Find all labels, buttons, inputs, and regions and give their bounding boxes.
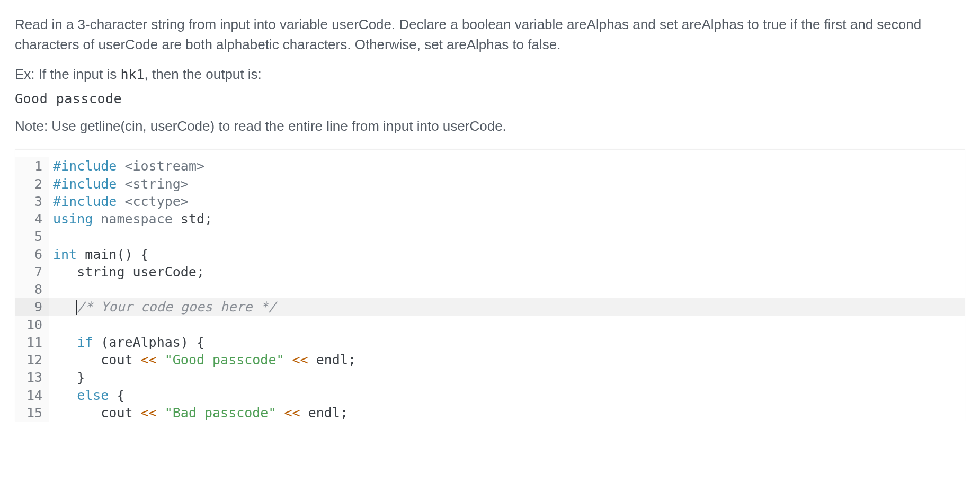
line-number: 7 (15, 263, 49, 281)
line-number: 15 (15, 404, 49, 422)
code-line[interactable]: 12 cout << "Good passcode" << endl; (15, 351, 965, 369)
code-line[interactable]: 1#include <iostream> (15, 157, 965, 175)
code-text[interactable]: #include <iostream> (49, 157, 965, 175)
line-number: 13 (15, 369, 49, 386)
token: std (181, 211, 204, 227)
token: string userCode; (53, 264, 204, 280)
code-text[interactable]: int main() { (49, 246, 965, 263)
token: << (141, 352, 165, 367)
token: { (117, 388, 124, 403)
example-suffix: , then the output is: (145, 66, 262, 82)
code-text[interactable] (49, 316, 965, 334)
code-line[interactable]: 8 (15, 281, 965, 298)
code-line[interactable]: 14 else { (15, 387, 965, 404)
example-prefix: Ex: If the input is (15, 66, 120, 82)
line-number: 14 (15, 387, 49, 404)
line-number: 9 (15, 298, 49, 316)
code-text[interactable]: } (49, 369, 965, 386)
token: << (141, 405, 165, 420)
token: int (53, 247, 85, 262)
code-editor[interactable]: 1#include <iostream>2#include <string>3#… (15, 157, 965, 422)
code-text[interactable]: cout << "Good passcode" << endl; (49, 351, 965, 369)
token: "Bad passcode" (165, 405, 277, 420)
line-number: 4 (15, 210, 49, 228)
code-text[interactable]: using namespace std; (49, 210, 965, 228)
code-line[interactable]: 10 (15, 316, 965, 334)
token: endl; (316, 352, 356, 367)
code-editor-container: 1#include <iostream>2#include <string>3#… (15, 149, 965, 422)
token: (areAlphas) { (101, 335, 204, 350)
token: using (53, 211, 101, 227)
code-line[interactable]: 5 (15, 228, 965, 245)
token: endl; (308, 405, 348, 420)
code-line[interactable]: 4using namespace std; (15, 210, 965, 228)
line-number: 2 (15, 175, 49, 193)
token: cout (53, 352, 141, 367)
code-text[interactable]: if (areAlphas) { (49, 334, 965, 351)
token: #include (53, 194, 124, 209)
token: << (276, 405, 308, 420)
code-text[interactable]: #include <string> (49, 175, 965, 193)
code-line[interactable]: 2#include <string> (15, 175, 965, 193)
code-line[interactable]: 7 string userCode; (15, 263, 965, 281)
token: if (77, 335, 101, 350)
token: <iostream> (124, 158, 204, 174)
line-number: 10 (15, 316, 49, 334)
token: /* Your code goes here */ (77, 299, 276, 315)
token: #include (53, 176, 124, 192)
line-number: 6 (15, 246, 49, 263)
code-text[interactable]: /* Your code goes here */ (49, 298, 965, 316)
line-number: 3 (15, 193, 49, 210)
token: cout (53, 405, 141, 420)
line-number: 12 (15, 351, 49, 369)
token: <cctype> (124, 194, 188, 209)
token (53, 299, 77, 315)
code-line[interactable]: 6int main() { (15, 246, 965, 263)
line-number: 1 (15, 157, 49, 175)
code-text[interactable]: #include <cctype> (49, 193, 965, 210)
line-number: 8 (15, 281, 49, 298)
code-line[interactable]: 9 /* Your code goes here */ (15, 298, 965, 316)
token: () { (117, 247, 148, 262)
line-number: 5 (15, 228, 49, 245)
example-line: Ex: If the input is hk1, then the output… (15, 66, 965, 83)
problem-description: Read in a 3-character string from input … (15, 15, 965, 55)
token: main (85, 247, 117, 262)
token (53, 388, 77, 403)
token: ; (204, 211, 212, 227)
line-number: 11 (15, 334, 49, 351)
problem-page: Read in a 3-character string from input … (0, 0, 980, 422)
token: namespace (101, 211, 181, 227)
code-text[interactable]: string userCode; (49, 263, 965, 281)
token: else (77, 388, 117, 403)
code-text[interactable] (49, 281, 965, 298)
code-line[interactable]: 15 cout << "Bad passcode" << endl; (15, 404, 965, 422)
expected-output: Good passcode (15, 91, 965, 106)
token: } (53, 370, 85, 385)
example-input: hk1 (120, 67, 144, 82)
code-line[interactable]: 13 } (15, 369, 965, 386)
code-text[interactable]: else { (49, 387, 965, 404)
token: << (284, 352, 316, 367)
token (53, 335, 77, 350)
code-line[interactable]: 3#include <cctype> (15, 193, 965, 210)
code-line[interactable]: 11 if (areAlphas) { (15, 334, 965, 351)
code-text[interactable] (49, 228, 965, 245)
code-text[interactable]: cout << "Bad passcode" << endl; (49, 404, 965, 422)
token: #include (53, 158, 124, 174)
token: "Good passcode" (165, 352, 284, 367)
token: <string> (124, 176, 188, 192)
note-text: Note: Use getline(cin, userCode) to read… (15, 118, 965, 135)
